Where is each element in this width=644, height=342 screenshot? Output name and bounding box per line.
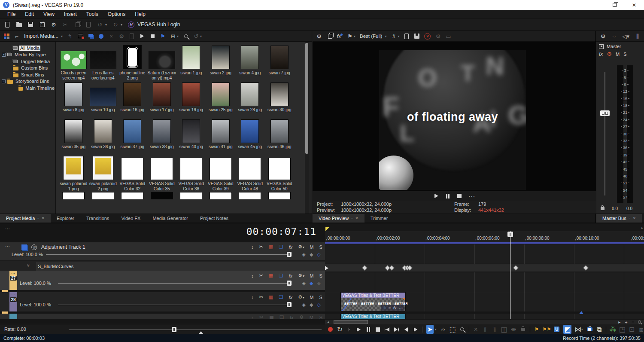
auto-crossfade-button[interactable]: ⋈	[575, 325, 581, 333]
track-split-icon[interactable]: ✂	[259, 273, 263, 278]
time-ruler[interactable]: 00:00:00:0000:00:02:0000:00:04:0000:00:0…	[325, 231, 644, 242]
media-thumbnail-partial[interactable]	[118, 192, 147, 199]
cut-icon[interactable]: ✂	[62, 22, 68, 27]
loop-playback-button[interactable]: ↻	[337, 325, 343, 333]
media-thumbnail-partial[interactable]	[59, 192, 88, 199]
media-thumbnail[interactable]: siwan 46.jpg	[265, 118, 295, 155]
master-gear-icon[interactable]: ⚙	[600, 34, 606, 39]
auto-ripple-button[interactable]	[587, 327, 592, 331]
keyframe-diamond[interactable]	[583, 265, 589, 271]
media-thumbnail[interactable]: siwan 17.jpg	[147, 81, 177, 118]
parent-diamond-icon[interactable]: ◆	[310, 281, 313, 286]
media-thumbnail[interactable]: siwan 38.jpg	[147, 118, 177, 155]
master-lock-icon[interactable]	[601, 207, 605, 210]
preview-stop-icon[interactable]	[149, 34, 155, 38]
tree-item-custom-bins[interactable]: Custom Bins	[0, 65, 55, 72]
record-button[interactable]	[328, 327, 333, 332]
media-thumbnail[interactable]: siwan 45.jpg	[235, 118, 265, 155]
undo-caret-icon[interactable]: ▾	[105, 23, 107, 27]
menu-file[interactable]: File	[3, 10, 19, 18]
media-thumbnail[interactable]: VEGAS Solid Color 39	[206, 155, 236, 192]
refresh-icon[interactable]: ↰	[67, 34, 73, 39]
trim-start-icon[interactable]: ⧚	[483, 326, 488, 333]
media-thumbnail[interactable]: siwan 7.jpg	[265, 44, 295, 81]
tree-item-media-by-type[interactable]: +Media By Type	[0, 52, 55, 58]
media-thumbnail[interactable]: siwan 16.jpg	[118, 81, 147, 118]
child-diamond-icon[interactable]: ◇	[317, 302, 321, 308]
remove-media-icon[interactable]: ×	[108, 34, 114, 39]
pause-button[interactable]	[365, 327, 371, 332]
keyframe-lane[interactable]	[325, 264, 644, 272]
track-header-28[interactable]: ⋯ 28 ↕✂▦❏fx⚙▾MS Level: 100.0 % ◈◆◇	[0, 292, 325, 311]
media-thumbnail[interactable]: siwan polaroid 2.png	[88, 155, 118, 192]
track-lane-27[interactable]	[325, 272, 644, 292]
media-thumbnail[interactable]: siwan 1.jpg	[176, 44, 206, 81]
child-diamond-icon[interactable]: ◆	[317, 281, 321, 286]
overlay-caret-icon[interactable]: ▾	[354, 34, 355, 38]
track-solo-button[interactable]: S	[319, 273, 322, 278]
media-thumbnail[interactable]: Clouds green screen.mp4	[59, 44, 88, 81]
prev-frame-button[interactable]	[403, 327, 409, 332]
hscroll-thumb[interactable]	[334, 320, 368, 324]
master-automation-gear-icon[interactable]: ⚙	[607, 51, 612, 57]
composite-mode-icon[interactable]: ◈	[302, 302, 306, 308]
media-thumbnail[interactable]: siwan 4.jpg	[235, 44, 265, 81]
media-thumbnail[interactable]: siwan 41.jpg	[206, 118, 236, 155]
views-grid-icon[interactable]: ⊞	[170, 34, 176, 39]
next-frame-button[interactable]	[413, 327, 418, 332]
track-color-chip[interactable]: ⋯ 27	[9, 271, 17, 290]
track-solo-button[interactable]: S	[319, 244, 322, 250]
preview-more-button[interactable]: ⋯	[468, 192, 475, 200]
keyframe-start-arrow[interactable]	[325, 266, 328, 270]
master-speaker-icon[interactable]: ◁▾	[622, 34, 629, 39]
menu-view[interactable]: View	[39, 10, 58, 18]
track-grip-icon[interactable]: ⋯	[5, 244, 10, 249]
preview-play-button[interactable]	[434, 194, 439, 198]
parent-diamond-icon[interactable]: ◆	[310, 302, 313, 308]
media-properties-icon[interactable]: ⚙	[118, 34, 125, 39]
collapse-icon[interactable]: -	[2, 79, 6, 83]
menu-help[interactable]: Help	[131, 10, 149, 18]
child-diamond-icon[interactable]: ◇	[317, 252, 321, 257]
timeline-grip-icon[interactable]: ⋯	[5, 226, 10, 232]
undo-icon[interactable]: ↺	[97, 22, 103, 27]
tab-explorer[interactable]: Explorer	[51, 214, 80, 223]
rate-slider[interactable]	[69, 330, 322, 330]
playhead-handle[interactable]	[507, 232, 513, 237]
composite-mode-icon[interactable]: ◈	[302, 281, 306, 286]
tree-item-tagged-media[interactable]: Tagged Media	[0, 58, 55, 65]
media-thumbnail[interactable]: siwan 28.jpg	[235, 81, 265, 118]
import-media-button[interactable]: Import Media...	[24, 33, 58, 39]
redo-caret-icon[interactable]: ▾	[121, 23, 122, 27]
media-thumbnail[interactable]: siwan 30.jpg	[265, 81, 295, 118]
scroll-right-icon[interactable]: ▸	[618, 320, 620, 324]
tab-close-icon[interactable]: ✕	[633, 216, 636, 220]
vegas-capture-icon[interactable]: V	[424, 33, 431, 40]
media-thumbnail[interactable]: siwan 37.jpg	[118, 118, 147, 155]
loop-region-bar[interactable]	[325, 242, 644, 244]
scroll-left-icon[interactable]: ◂	[325, 320, 331, 324]
track-motion-icon[interactable]: ▦	[269, 294, 273, 300]
collapse-chevron-icon[interactable]: «	[25, 264, 30, 267]
new-project-icon[interactable]	[4, 22, 10, 27]
track-mute-button[interactable]: M	[310, 295, 313, 300]
timeline-event-titles-text[interactable]: VEGAS Titles & Text BETTER BETTERBETTERB…	[340, 292, 406, 311]
media-undo-icon[interactable]: ↺	[193, 34, 199, 39]
media-thumbnail[interactable]: siwan 8.jpg	[59, 81, 88, 118]
track-lane-partial[interactable]: VEGAS Titles & Text BETTER	[325, 314, 644, 319]
trim-end-icon[interactable]: ⧛	[492, 326, 498, 333]
group-events-button[interactable]: ⁂	[610, 325, 616, 333]
media-thumbnail-partial[interactable]	[176, 192, 206, 199]
menu-options[interactable]: Options	[104, 10, 129, 18]
media-thumbnail-partial[interactable]	[265, 192, 295, 199]
grid-overlay-caret-icon[interactable]: ▾	[398, 34, 399, 38]
views-caret-icon[interactable]: ▾	[177, 34, 179, 38]
restore-button[interactable]	[605, 0, 624, 10]
track-solo-button[interactable]: S	[319, 295, 322, 300]
save-project-icon[interactable]	[27, 22, 33, 27]
composite-mode-icon[interactable]: ◈	[302, 252, 306, 257]
go-to-start-button[interactable]	[384, 327, 390, 332]
media-thumbnail[interactable]: siwan polaroid 1.png	[59, 155, 88, 192]
import-media-caret-icon[interactable]: ▾	[61, 34, 63, 38]
ruler-scroll-up-icon[interactable]: ▴	[641, 226, 643, 229]
